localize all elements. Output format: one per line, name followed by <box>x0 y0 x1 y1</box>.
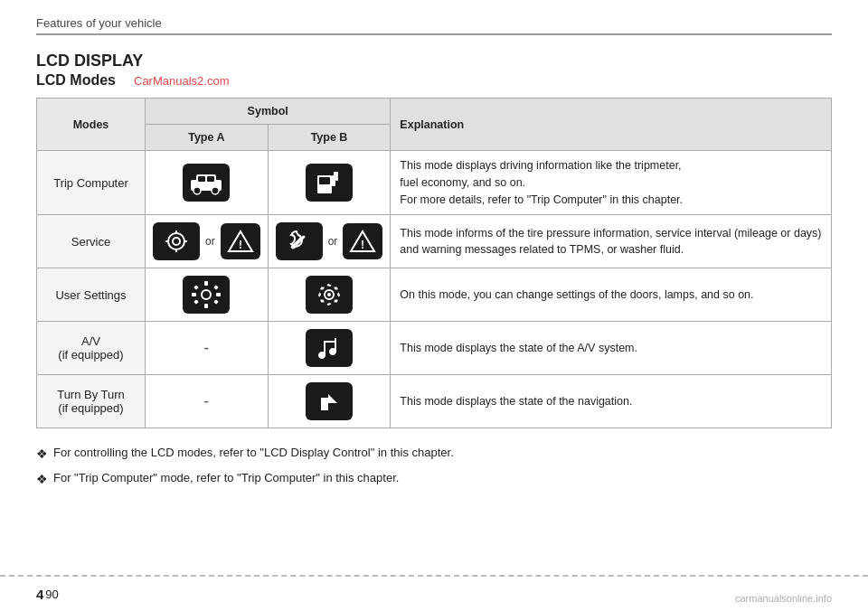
svg-rect-26 <box>216 293 221 296</box>
footnote-text: For controlling the LCD modes, refer to … <box>53 441 454 465</box>
svg-point-32 <box>327 293 331 296</box>
svg-text:!: ! <box>361 239 364 251</box>
svg-point-4 <box>193 187 201 194</box>
music-icon <box>306 329 353 367</box>
turn-by-turn-explanation: This mode displays the state of the navi… <box>391 375 832 428</box>
car-icon <box>189 169 223 196</box>
type-b-symbol <box>268 151 391 215</box>
gear-svg-a <box>190 279 222 310</box>
or-label: or <box>205 235 215 248</box>
trip-computer-icon-b <box>306 164 353 202</box>
svg-point-11 <box>168 233 184 249</box>
wrench-svg-b <box>284 228 315 255</box>
header-title: Features of your vehicle <box>36 16 162 30</box>
col-header-modes: Modes <box>37 99 146 151</box>
svg-point-5 <box>212 187 219 194</box>
type-b-symbol <box>268 268 391 322</box>
footnote-row: ❖ For controlling the LCD modes, refer t… <box>36 441 832 466</box>
page-num-left: 4 <box>36 587 43 602</box>
type-b-symbol <box>268 322 391 375</box>
svg-rect-9 <box>334 172 338 177</box>
wrench-icon <box>153 222 200 260</box>
navigation-icon <box>306 382 353 420</box>
col-header-symbol: Symbol <box>146 99 391 125</box>
footnote-section: ❖ For controlling the LCD modes, refer t… <box>36 441 832 492</box>
svg-point-19 <box>292 245 296 249</box>
svg-rect-34 <box>335 338 336 352</box>
type-b-symbol: or ! <box>268 215 391 268</box>
table-row: Turn By Turn(if equipped) - This mode di… <box>37 375 832 428</box>
subsection-row: LCD Modes CarManuals2.com <box>36 72 832 89</box>
col-header-explanation: Explanation <box>391 99 832 151</box>
svg-rect-33 <box>324 341 326 355</box>
trip-computer-explanation: This mode displays driving information l… <box>391 151 832 215</box>
warning-icon-b: ! <box>343 223 382 259</box>
page-container: Features of your vehicle LCD DISPLAY LCD… <box>0 0 868 546</box>
type-a-dash: - <box>146 322 269 375</box>
wrench-svg <box>161 228 192 255</box>
type-a-symbol: or ! <box>146 215 269 268</box>
svg-rect-28 <box>213 285 219 290</box>
user-settings-explanation: On this mode, you can change settings of… <box>391 268 832 322</box>
footnote-symbol: ❖ <box>36 466 48 492</box>
footnote-symbol: ❖ <box>36 441 48 466</box>
svg-rect-2 <box>198 176 205 182</box>
mode-label: Service <box>37 215 146 268</box>
svg-text:!: ! <box>239 239 242 251</box>
type-a-dash: - <box>146 375 269 428</box>
watermark: CarManuals2.com <box>134 74 230 88</box>
svg-rect-7 <box>319 177 330 184</box>
mode-label: Trip Computer <box>37 151 146 215</box>
warning-svg-a: ! <box>227 229 254 254</box>
lcd-modes-table: Modes Symbol Explanation Type A Type B T… <box>36 98 832 428</box>
section-title: LCD DISPLAY <box>36 52 832 70</box>
svg-rect-30 <box>213 299 219 305</box>
svg-rect-27 <box>193 285 199 290</box>
warning-svg-b: ! <box>349 229 376 254</box>
music-svg <box>314 334 344 362</box>
service-explanation: This mode informs of the tire pressure i… <box>391 215 832 268</box>
wrench-icon-b <box>276 222 323 260</box>
table-row: Trip Computer <box>37 151 832 215</box>
warning-icon-a: ! <box>221 223 260 259</box>
gear-svg-b <box>313 279 345 310</box>
svg-point-22 <box>202 290 211 299</box>
svg-point-12 <box>173 238 180 245</box>
page-num-right: 90 <box>45 588 58 601</box>
footnote-row: ❖ For "Trip Computer" mode, refer to "Tr… <box>36 466 832 492</box>
mode-label: User Settings <box>37 268 146 322</box>
mode-label: A/V(if equipped) <box>37 322 146 375</box>
header-bar: Features of your vehicle <box>36 16 832 35</box>
fuel-icon <box>313 168 345 197</box>
subsection-title: LCD Modes <box>36 72 116 89</box>
type-b-symbol <box>268 375 391 428</box>
page-number: 4 90 <box>36 587 59 602</box>
trip-computer-icon-a <box>183 164 230 202</box>
svg-rect-29 <box>193 299 199 305</box>
nav-svg <box>314 387 344 416</box>
or-label: or <box>328 235 338 248</box>
settings-icon-a <box>183 276 230 314</box>
table-row: User Settings <box>37 268 832 322</box>
type-a-symbol <box>146 268 269 322</box>
mode-label: Turn By Turn(if equipped) <box>37 375 146 428</box>
table-row: A/V(if equipped) - <box>37 322 832 375</box>
col-header-type-b: Type B <box>268 125 391 151</box>
svg-rect-35 <box>324 341 336 343</box>
table-row: Service <box>37 215 832 268</box>
svg-rect-24 <box>204 304 208 308</box>
settings-icon-b <box>306 276 353 314</box>
type-a-symbol <box>146 151 269 215</box>
footer-watermark: carmanualsonline.info <box>735 593 832 604</box>
page-footer: 4 90 carmanualsonline.info <box>0 575 868 611</box>
footnote-text: For "Trip Computer" mode, refer to "Trip… <box>53 466 399 490</box>
svg-rect-3 <box>207 176 214 182</box>
col-header-type-a: Type A <box>146 125 269 151</box>
svg-rect-23 <box>204 281 208 286</box>
svg-rect-10 <box>335 177 338 181</box>
av-explanation: This mode displays the state of the A/V … <box>391 322 832 375</box>
svg-rect-25 <box>192 293 196 296</box>
